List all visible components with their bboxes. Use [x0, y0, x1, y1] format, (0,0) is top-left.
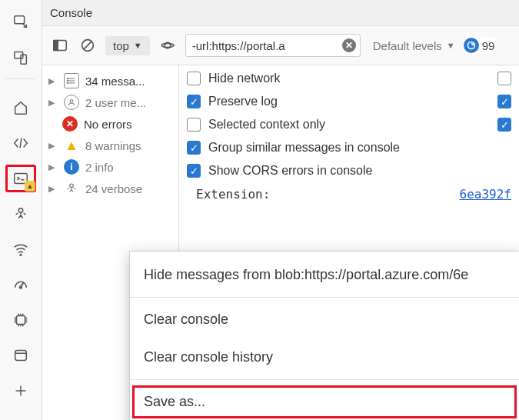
- filter-label: 8 warnings: [85, 139, 141, 152]
- memory-icon[interactable]: [5, 306, 36, 334]
- ctx-clear-console[interactable]: Clear console: [130, 301, 519, 338]
- issues-button[interactable]: 99: [463, 37, 496, 54]
- console-toolbar: top ▼ ✕ Default levels ▼ 99: [42, 26, 519, 65]
- live-expression-icon[interactable]: [158, 35, 178, 55]
- filter-input[interactable]: [185, 34, 361, 57]
- issues-icon: [464, 38, 479, 53]
- svg-rect-10: [54, 41, 58, 51]
- home-icon[interactable]: [5, 94, 36, 122]
- clear-console-icon[interactable]: [78, 35, 98, 55]
- expand-icon: ▶: [48, 162, 58, 172]
- context-selector[interactable]: top ▼: [105, 36, 150, 55]
- filter-label: No errors: [84, 118, 132, 131]
- filter-label: 34 messa...: [85, 75, 145, 88]
- setting-label: Hide network: [208, 72, 280, 85]
- checkbox-unchecked[interactable]: [187, 72, 201, 85]
- console-tab-icon[interactable]: ▲: [5, 165, 36, 192]
- expand-icon: ▶: [48, 76, 58, 86]
- setting-hide-network[interactable]: Hide network: [187, 72, 511, 85]
- chevron-down-icon: ▼: [134, 41, 142, 50]
- clear-filter-icon[interactable]: ✕: [342, 38, 356, 52]
- filter-verbose[interactable]: ▶ 24 verbose: [42, 178, 178, 199]
- svg-point-6: [20, 286, 22, 288]
- svg-point-5: [20, 254, 22, 255]
- activity-bar: ▲: [0, 0, 42, 420]
- expand-icon: ▶: [48, 184, 58, 194]
- user-icon: [64, 95, 79, 110]
- checkbox-checked[interactable]: ✓: [187, 164, 201, 178]
- list-icon: [64, 73, 79, 88]
- sources-icon[interactable]: [5, 200, 36, 228]
- checkbox-checked[interactable]: ✓: [497, 118, 511, 132]
- info-icon: i: [64, 159, 79, 175]
- checkbox-unchecked[interactable]: [187, 118, 201, 132]
- error-icon: ✕: [62, 116, 78, 132]
- svg-point-19: [67, 82, 68, 83]
- filter-label: 2 user me...: [85, 96, 146, 109]
- device-icon[interactable]: [5, 43, 36, 71]
- setting-show-cors[interactable]: ✓ Show CORS errors in console: [187, 164, 511, 178]
- setting-preserve-log[interactable]: ✓ Preserve log ✓: [187, 95, 511, 108]
- add-tool-icon[interactable]: [5, 377, 36, 405]
- filter-label: 24 verbose: [85, 182, 142, 195]
- issues-count: 99: [482, 39, 495, 52]
- checkbox-checked[interactable]: ✓: [497, 95, 511, 108]
- chevron-down-icon: ▼: [447, 41, 455, 50]
- expand-icon: ▶: [48, 98, 58, 108]
- filter-all-messages[interactable]: ▶ 34 messa...: [42, 70, 178, 92]
- setting-selected-context[interactable]: Selected context only ✓: [187, 118, 511, 132]
- svg-rect-8: [15, 351, 27, 361]
- inspect-icon[interactable]: [5, 8, 36, 35]
- separator: [130, 297, 519, 298]
- setting-group-similar[interactable]: ✓ Group similar messages in console: [187, 141, 511, 155]
- verbose-icon: [64, 181, 79, 196]
- filter-info[interactable]: ▶ i 2 info: [42, 156, 178, 178]
- separator: [130, 379, 519, 380]
- ctx-save-as[interactable]: Save as...: [130, 383, 519, 420]
- extension-log-row: Extension: 6ea392f: [187, 187, 511, 202]
- filter-warnings[interactable]: ▶ ▲ 8 warnings: [42, 135, 178, 156]
- extension-label: Extension:: [196, 187, 270, 202]
- filter-errors[interactable]: ✕ No errors: [42, 113, 178, 135]
- checkbox-unchecked[interactable]: [497, 72, 511, 85]
- filter-label: 2 info: [85, 161, 114, 174]
- performance-icon[interactable]: [5, 271, 36, 298]
- context-menu: Hide messages from blob:https://portal.a…: [129, 251, 519, 420]
- elements-icon[interactable]: [5, 129, 36, 157]
- svg-point-17: [67, 78, 68, 79]
- svg-point-18: [67, 80, 68, 81]
- ctx-clear-history[interactable]: Clear console history: [130, 338, 519, 376]
- expand-icon: ▶: [48, 141, 58, 151]
- log-levels-selector[interactable]: Default levels ▼: [373, 39, 455, 52]
- network-icon[interactable]: [5, 235, 36, 263]
- svg-point-20: [70, 100, 73, 103]
- setting-label: Group similar messages in console: [208, 141, 400, 155]
- svg-point-4: [18, 208, 23, 213]
- toggle-sidebar-icon[interactable]: [50, 35, 70, 55]
- checkbox-checked[interactable]: ✓: [187, 141, 201, 155]
- filter-user-messages[interactable]: ▶ 2 user me...: [42, 92, 178, 113]
- panel-title: Console: [42, 0, 519, 26]
- checkbox-checked[interactable]: ✓: [187, 95, 201, 108]
- svg-rect-2: [21, 55, 26, 64]
- svg-rect-7: [17, 316, 25, 325]
- svg-rect-0: [15, 16, 25, 24]
- levels-label: Default levels: [373, 39, 442, 52]
- setting-label: Selected context only: [208, 118, 325, 132]
- svg-point-21: [70, 184, 74, 188]
- setting-label: Show CORS errors in console: [208, 164, 372, 178]
- setting-label: Preserve log: [208, 95, 278, 108]
- context-label: top: [113, 39, 129, 52]
- svg-point-13: [467, 42, 474, 49]
- filter-wrap: ✕: [185, 34, 361, 57]
- extension-hash-link[interactable]: 6ea392f: [460, 187, 511, 202]
- ctx-hide-messages[interactable]: Hide messages from blob:https://portal.a…: [130, 256, 519, 294]
- warning-badge-icon: ▲: [25, 181, 35, 192]
- warning-icon: ▲: [64, 138, 79, 153]
- application-icon[interactable]: [5, 342, 36, 369]
